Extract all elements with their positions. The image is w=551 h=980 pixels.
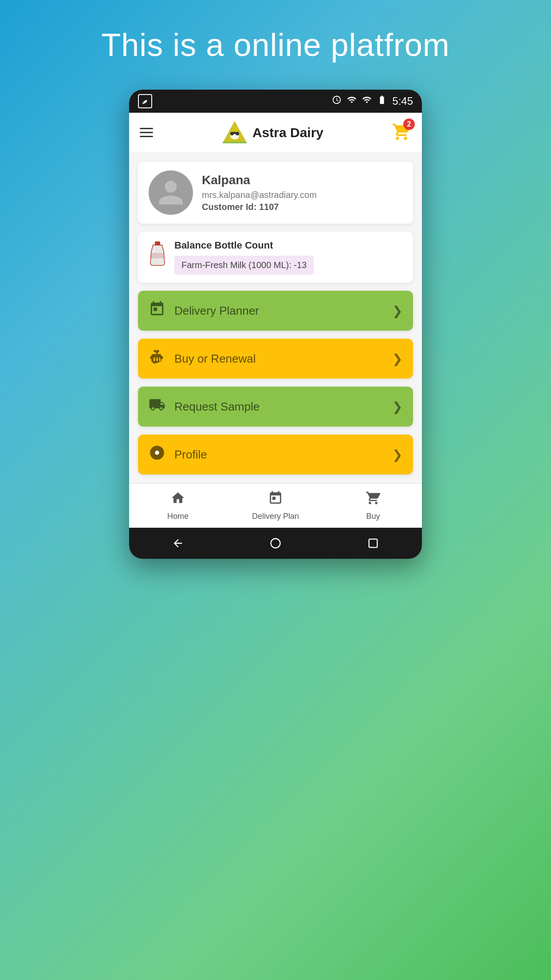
wifi-icon [347,95,357,107]
user-card: Kalpana mrs.kalpana@astradiary.com Custo… [138,162,413,224]
balance-title: Balance Bottle Count [174,240,314,251]
delivery-icon [149,396,165,417]
profile-label: Profile [174,448,207,462]
bottom-nav: Home Delivery Plan Buy [129,483,422,528]
profile-arrow: ❯ [392,447,402,462]
status-left [138,94,152,108]
calendar-icon [149,300,165,321]
buy-renewal-button[interactable]: Buy or Renewal ❯ [138,339,413,379]
app-logo-icon [221,119,248,146]
request-sample-button[interactable]: Request Sample ❯ [138,387,413,427]
handshake-icon [149,348,165,369]
status-icons: 5:45 [332,95,413,107]
svg-rect-5 [233,132,236,134]
recents-button[interactable] [364,534,382,552]
app-status-icon [138,94,152,108]
nav-home-label: Home [167,512,189,521]
logo-area: Astra Dairy [221,119,323,146]
app-header: Astra Dairy 2 [129,113,422,153]
buy-renewal-left: Buy or Renewal [149,348,256,369]
nav-home[interactable]: Home [129,484,227,528]
buy-renewal-label: Buy or Renewal [174,352,256,366]
svg-point-10 [155,450,159,455]
battery-icon [377,95,387,107]
phone-frame: 5:45 Astra Dairy 2 [129,90,422,559]
alarm-icon [332,95,342,107]
customer-id: Customer Id: 1107 [202,202,317,212]
buy-icon [366,490,381,509]
back-button[interactable] [169,534,187,552]
request-sample-left: Request Sample [149,396,260,417]
avatar [149,170,193,215]
home-icon [170,490,185,509]
cart-badge: 2 [403,119,415,130]
delivery-plan-icon [268,490,283,509]
profile-button[interactable]: Profile ❯ [138,435,413,474]
profile-icon [149,444,165,465]
profile-left: Profile [149,444,207,465]
svg-rect-12 [369,539,378,548]
main-content: Kalpana mrs.kalpana@astradiary.com Custo… [129,153,422,483]
balance-card: Balance Bottle Count Farm-Fresh Milk (10… [138,232,413,283]
buy-renewal-arrow: ❯ [392,352,402,366]
nav-buy-label: Buy [366,512,380,521]
balance-info: Balance Bottle Count Farm-Fresh Milk (10… [174,240,314,275]
nav-delivery-plan[interactable]: Delivery Plan [227,484,324,528]
nav-delivery-plan-label: Delivery Plan [252,512,299,521]
android-nav-bar [129,528,422,559]
svg-rect-6 [155,241,160,245]
home-button[interactable] [267,534,284,552]
delivery-planner-left: Delivery Planner [149,300,259,321]
user-info: Kalpana mrs.kalpana@astradiary.com Custo… [202,173,317,212]
svg-point-3 [230,132,234,135]
tagline: This is a online platfrom [0,27,551,63]
app-title: Astra Dairy [252,125,323,140]
nav-buy[interactable]: Buy [324,484,422,528]
cart-button[interactable]: 2 [392,122,411,143]
request-sample-label: Request Sample [174,400,260,414]
user-name: Kalpana [202,173,317,187]
request-sample-arrow: ❯ [392,399,402,414]
delivery-planner-label: Delivery Planner [174,304,259,318]
svg-point-4 [236,132,239,135]
signal-icon [362,95,372,107]
delivery-planner-arrow: ❯ [392,304,402,318]
status-bar: 5:45 [129,90,422,113]
hamburger-menu[interactable] [140,128,153,137]
svg-rect-7 [151,253,164,258]
svg-point-11 [271,539,280,548]
balance-detail: Farm-Fresh Milk (1000 ML): -13 [174,256,314,275]
user-email: mrs.kalpana@astradiary.com [202,190,317,200]
bottle-icon [149,241,166,272]
status-time: 5:45 [392,95,413,107]
delivery-planner-button[interactable]: Delivery Planner ❯ [138,291,413,331]
